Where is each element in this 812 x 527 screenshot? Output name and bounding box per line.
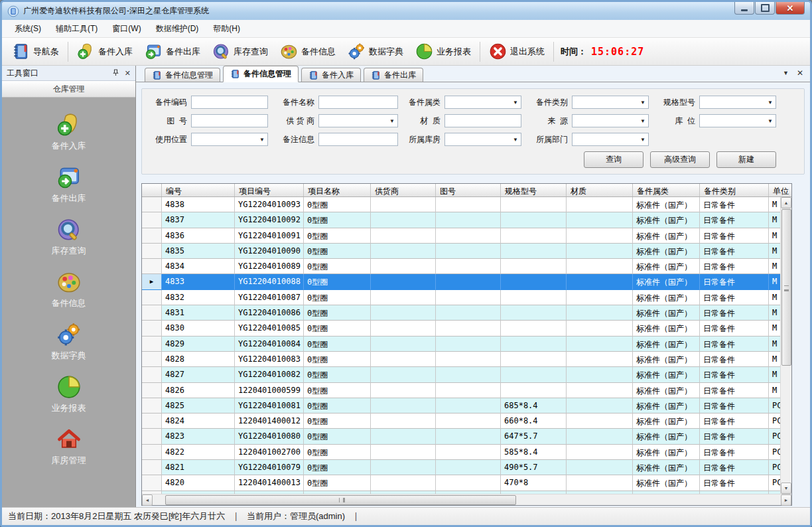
maximize-button[interactable] (755, 2, 775, 15)
table-cell[interactable]: 日常备件 (700, 212, 769, 228)
menu-item-4[interactable]: 帮助(H) (206, 21, 247, 37)
table-cell[interactable] (371, 337, 436, 352)
table-row[interactable]: 4827YG122040100820型圈标准件（国产）日常备件M (142, 367, 780, 382)
table-cell[interactable]: 标准件（国产） (633, 305, 700, 321)
table-cell[interactable] (501, 212, 567, 228)
table-cell[interactable]: 0型圈 (304, 228, 371, 244)
toolbar-button-4[interactable]: 备件信息 (274, 40, 342, 62)
table-row[interactable]: 4835YG122040100900型圈标准件（国产）日常备件M (142, 244, 780, 259)
table-cell[interactable]: YG12204010084 (235, 337, 304, 352)
close-button[interactable]: ✕ (776, 2, 805, 15)
row-selector-cell[interactable] (142, 290, 162, 305)
advanced-search-button[interactable]: 高级查询 (650, 151, 710, 168)
form-select[interactable]: ▼ (699, 96, 776, 109)
table-cell[interactable]: 647*5.7 (501, 429, 567, 444)
table-cell[interactable]: 0型圈 (304, 274, 371, 289)
sidebar-item-3[interactable]: 备件信息 (2, 269, 135, 309)
table-cell[interactable]: 470*8 (501, 475, 567, 490)
table-cell[interactable]: YG12204010081 (235, 398, 304, 414)
table-cell[interactable] (371, 212, 436, 228)
row-selector-cell[interactable] (142, 352, 162, 367)
table-cell[interactable]: 日常备件 (700, 398, 769, 414)
row-selector-cell[interactable]: ▶ (142, 274, 162, 289)
table-cell[interactable] (567, 429, 633, 444)
table-cell[interactable] (567, 352, 633, 367)
table-cell[interactable]: 标准件（国产） (633, 445, 700, 460)
table-cell[interactable]: 标准件（国产） (633, 475, 700, 490)
table-cell[interactable]: 日常备件 (700, 367, 769, 382)
table-cell[interactable] (371, 259, 436, 274)
table-row[interactable]: 4830YG122040100850型圈标准件（国产）日常备件M (142, 321, 780, 336)
table-cell[interactable]: YG12204010086 (235, 305, 304, 321)
table-cell[interactable]: 标准件（国产） (633, 367, 700, 382)
table-cell[interactable]: 0型圈 (304, 475, 371, 490)
table-cell[interactable]: YG12204010085 (235, 321, 304, 336)
table-cell[interactable] (436, 445, 501, 460)
table-cell[interactable]: YG12204010088 (235, 274, 304, 289)
table-cell[interactable]: 1220401000599 (235, 383, 304, 398)
table-cell[interactable]: YG12204010082 (235, 367, 304, 382)
table-cell[interactable] (567, 305, 633, 321)
row-selector-cell[interactable] (142, 445, 162, 460)
table-cell[interactable] (371, 321, 436, 336)
horizontal-scrollbar[interactable]: ◄ ► (142, 494, 791, 505)
table-cell[interactable]: 4829 (162, 337, 235, 352)
scroll-down-icon[interactable]: ▼ (781, 483, 791, 494)
table-row[interactable]: 4831YG122040100860型圈标准件（国产）日常备件M (142, 305, 780, 321)
pin-icon[interactable] (112, 69, 119, 78)
row-selector-cell[interactable] (142, 398, 162, 414)
table-cell[interactable] (567, 398, 633, 414)
table-cell[interactable]: 日常备件 (700, 383, 769, 398)
row-selector-cell[interactable] (142, 228, 162, 244)
menu-item-1[interactable]: 辅助工具(T) (48, 21, 105, 37)
table-cell[interactable] (501, 367, 567, 382)
table-row[interactable]: 4828YG122040100830型圈标准件（国产）日常备件M (142, 352, 780, 367)
toolbar-button-6[interactable]: 业务报表 (409, 40, 477, 62)
table-cell[interactable] (371, 290, 436, 305)
table-cell[interactable]: 4825 (162, 398, 235, 414)
table-cell[interactable]: 1220401400013 (235, 475, 304, 490)
table-cell[interactable]: 0型圈 (304, 383, 371, 398)
vertical-scrollbar[interactable]: ▲ ▼ (780, 197, 791, 494)
table-row[interactable]: 4823YG122040100800型圈647*5.7标准件（国产）日常备件PC (142, 429, 780, 444)
scroll-up-icon[interactable]: ▲ (781, 197, 791, 208)
table-cell[interactable] (501, 337, 567, 352)
table-row[interactable]: 482012204014000130型圈470*8标准件（国产）日常备件PC (142, 475, 780, 490)
row-selector-cell[interactable] (142, 305, 162, 321)
table-cell[interactable]: 日常备件 (700, 352, 769, 367)
menu-item-0[interactable]: 系统(S) (7, 21, 48, 37)
table-cell[interactable]: 4830 (162, 321, 235, 336)
table-cell[interactable] (436, 244, 501, 259)
table-cell[interactable] (436, 290, 501, 305)
table-cell[interactable] (567, 228, 633, 244)
table-cell[interactable] (436, 367, 501, 382)
table-cell[interactable]: YG12204010080 (235, 429, 304, 444)
form-text-input[interactable] (191, 96, 268, 109)
table-cell[interactable] (436, 460, 501, 475)
table-cell[interactable]: 685*8.4 (501, 398, 567, 414)
row-selector-cell[interactable] (142, 414, 162, 429)
table-cell[interactable] (567, 274, 633, 289)
table-row[interactable]: 4838YG122040100930型圈标准件（国产）日常备件M (142, 197, 780, 212)
table-cell[interactable] (567, 475, 633, 490)
table-cell[interactable] (371, 398, 436, 414)
table-cell[interactable]: 4821 (162, 460, 235, 475)
table-cell[interactable] (501, 244, 567, 259)
table-cell[interactable]: 1220401002700 (235, 445, 304, 460)
table-cell[interactable]: 0型圈 (304, 429, 371, 444)
table-cell[interactable]: 4831 (162, 305, 235, 321)
table-row[interactable]: ▶4833YG122040100880型圈标准件（国产）日常备件M (142, 274, 780, 289)
table-row[interactable]: 4825YG122040100810型圈685*8.4标准件（国产）日常备件PC (142, 398, 780, 414)
table-cell[interactable]: 0型圈 (304, 337, 371, 352)
column-header-0[interactable]: 编号 (162, 184, 235, 196)
table-cell[interactable] (501, 352, 567, 367)
table-cell[interactable]: 4836 (162, 228, 235, 244)
table-cell[interactable] (436, 259, 501, 274)
row-selector-cell[interactable] (142, 259, 162, 274)
table-cell[interactable]: 660*8.4 (501, 414, 567, 429)
tab-0[interactable]: 备件信息管理 (145, 68, 220, 82)
table-cell[interactable] (436, 414, 501, 429)
row-selector-cell[interactable] (142, 383, 162, 398)
form-text-input[interactable] (191, 114, 268, 127)
table-cell[interactable] (436, 337, 501, 352)
